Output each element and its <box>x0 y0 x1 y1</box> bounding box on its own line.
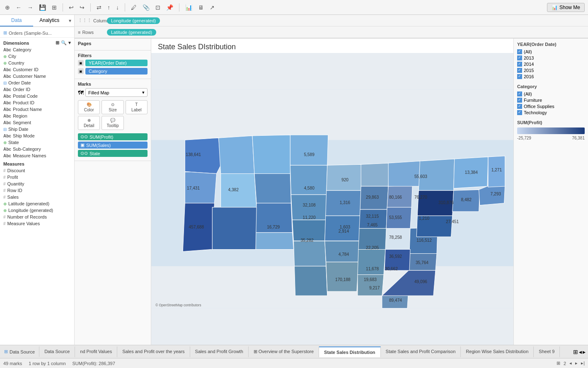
year-cb-2013[interactable]: 2013 <box>517 55 585 60</box>
checkbox-icon[interactable] <box>517 68 522 73</box>
sidebar-mea-quantity[interactable]: #Quantity <box>0 180 74 187</box>
forward-icon[interactable]: → <box>26 3 35 12</box>
sidebar-mea-latitude-(generated)[interactable]: ⊕Latitude (generated) <box>0 200 74 207</box>
sort-asc-icon[interactable]: ↑ <box>106 3 112 12</box>
marks-tooltip-btn[interactable]: 💬 Tooltip <box>102 116 123 130</box>
sidebar-mea-measure-values[interactable]: #Measure Values <box>0 220 74 227</box>
state-illinois[interactable] <box>360 186 388 209</box>
state-nevada[interactable] <box>221 174 256 207</box>
sidebar-dim-country[interactable]: ⊕Country <box>0 60 74 66</box>
fit-icon[interactable]: ⊡ <box>154 3 162 12</box>
state-washington[interactable] <box>185 138 220 173</box>
add-datasource-icon[interactable]: ⊞ <box>50 3 58 12</box>
marks-sum-sales[interactable]: ▣ SUM(Sales) <box>78 142 148 149</box>
state-louisiana[interactable] <box>326 262 358 291</box>
search-icon[interactable]: 🔍 <box>61 40 67 46</box>
state-maine[interactable] <box>488 156 505 187</box>
state-california[interactable] <box>183 203 214 252</box>
sidebar-mea-number-of-records[interactable]: #Number of Records <box>0 214 74 220</box>
state-michigan[interactable] <box>388 161 421 186</box>
bottom-tab-region-wise-sales-distribution[interactable]: Region Wise Sales Distribution <box>461 346 534 357</box>
new-workbook-icon[interactable]: ⊕ <box>3 3 12 12</box>
state-virginia[interactable] <box>417 190 453 216</box>
add-sheet-icon[interactable]: ⊞ <box>573 349 578 355</box>
state-newjersey[interactable] <box>452 190 480 212</box>
state-tennessee[interactable] <box>358 228 386 250</box>
state-indiana[interactable] <box>387 185 412 207</box>
marks-color-btn[interactable]: 🎨 Color <box>78 100 100 114</box>
sidebar-mea-longitude-(generated)[interactable]: ⊕Longitude (generated) <box>0 207 74 214</box>
sidebar-dim-customer-name[interactable]: AbcCustomer Name <box>0 73 74 79</box>
save-icon[interactable]: 💾 <box>37 3 48 12</box>
sidebar-dim-sub-category[interactable]: AbcSub-Category <box>0 146 74 152</box>
state-colorado[interactable] <box>256 203 292 233</box>
state-kansas[interactable] <box>292 220 325 241</box>
sidebar-dim-measure-names[interactable]: AbcMeasure Names <box>0 152 74 159</box>
status-last-icon[interactable]: ▸| <box>581 361 585 366</box>
pin-icon[interactable]: 📌 <box>165 3 175 12</box>
sidebar-dim-product-id[interactable]: AbcProduct ID <box>0 99 74 106</box>
state-alabama[interactable] <box>358 274 384 296</box>
bottom-tab-nd-profit-values[interactable]: nd Profit Values <box>75 346 117 357</box>
bottom-tab-sales-and-profit-growth[interactable]: Sales and Profit Growth <box>190 346 249 357</box>
state-minnesota[interactable] <box>327 164 362 190</box>
state-nebraska[interactable] <box>291 195 326 220</box>
marks-detail-btn[interactable]: ⊕ Detail <box>78 116 100 130</box>
year-cb-2014[interactable]: 2014 <box>517 62 585 67</box>
marks-sum-profit[interactable]: ⊙⊙ SUM(Profit) <box>78 133 148 140</box>
state-arkansas[interactable] <box>325 241 359 262</box>
bottom-tab-⊞-overview-of-the-superstore[interactable]: ⊞ Overview of the Superstore <box>249 346 319 357</box>
state-newmexico[interactable] <box>256 233 293 250</box>
sidebar-mea-discount[interactable]: #Discount <box>0 167 74 174</box>
share-icon[interactable]: ↗ <box>208 3 216 12</box>
collapse-icon[interactable]: ▾ <box>68 40 71 46</box>
state-connecticut[interactable] <box>479 185 505 205</box>
sidebar-dim-ship-mode[interactable]: AbcShip Mode <box>0 132 74 139</box>
state-southcarolina[interactable] <box>409 254 437 271</box>
sidebar-dim-order-date[interactable]: ⊟Order Date <box>0 79 74 86</box>
undo-icon[interactable]: ↩ <box>67 3 75 12</box>
state-ohio[interactable] <box>386 207 411 228</box>
state-oregon[interactable] <box>185 171 216 203</box>
state-oklahoma[interactable] <box>294 241 326 266</box>
state-northdakota[interactable] <box>290 135 328 165</box>
show-me-button[interactable]: 📊 Show Me <box>547 3 585 12</box>
checkbox-icon[interactable] <box>517 74 522 79</box>
data-source-item[interactable]: ⊞ Orders (Sample-Su... <box>0 29 74 38</box>
sidebar-tab-arrow[interactable]: ▾ <box>66 15 74 26</box>
columns-pill[interactable]: Longitude (generated) <box>107 17 160 24</box>
filter-category[interactable]: ▣ Category <box>78 68 148 75</box>
state-wisconsin[interactable] <box>361 163 389 186</box>
filter-year-tag[interactable]: YEAR(Order Date) <box>85 60 148 66</box>
sidebar-dim-product-name[interactable]: AbcProduct Name <box>0 106 74 113</box>
marks-size-btn[interactable]: ⊙ Size <box>102 100 123 114</box>
sidebar-dim-customer-id[interactable]: AbcCustomer ID <box>0 66 74 73</box>
checkbox-icon[interactable] <box>517 104 522 109</box>
group-icon[interactable]: ⊞ <box>56 40 59 46</box>
marks-type-dropdown[interactable]: Filled Map ▾ <box>85 88 148 97</box>
highlight-icon[interactable]: 🖊 <box>129 3 138 12</box>
cat-cb-Office-Supplies[interactable]: Office Supplies <box>517 104 585 109</box>
state-southdakota[interactable] <box>290 165 327 195</box>
state-missouri[interactable] <box>325 216 360 241</box>
cat-cb-(All)[interactable]: (All) <box>517 91 585 96</box>
bottom-tab-data-source[interactable]: Data Source <box>39 346 75 357</box>
checkbox-icon[interactable] <box>517 62 522 67</box>
checkbox-icon[interactable] <box>517 49 522 54</box>
paperclip-icon[interactable]: 📎 <box>141 3 151 12</box>
state-pennsylvania[interactable] <box>419 159 454 190</box>
marks-label-btn[interactable]: T Label <box>126 100 148 114</box>
filter-category-tag[interactable]: Category <box>85 68 148 75</box>
status-next-icon[interactable]: ▸ <box>575 361 578 366</box>
year-cb-2016[interactable]: 2016 <box>517 74 585 79</box>
sidebar-dim-category[interactable]: AbcCategory <box>0 46 74 53</box>
bottom-tab-sales-and-profit-over-the-years[interactable]: Sales and Profit over the years <box>117 346 190 357</box>
back-icon[interactable]: ← <box>14 3 23 12</box>
sidebar-dim-city[interactable]: ⊕City <box>0 53 74 60</box>
year-cb-(All)[interactable]: (All) <box>517 49 585 54</box>
state-arizona[interactable] <box>212 207 256 250</box>
sidebar-dim-order-id[interactable]: AbcOrder ID <box>0 86 74 93</box>
rows-pill[interactable]: Latitude (generated) <box>107 29 156 36</box>
sidebar-mea-sales[interactable]: #Sales <box>0 194 74 200</box>
checkbox-icon[interactable] <box>517 110 522 115</box>
